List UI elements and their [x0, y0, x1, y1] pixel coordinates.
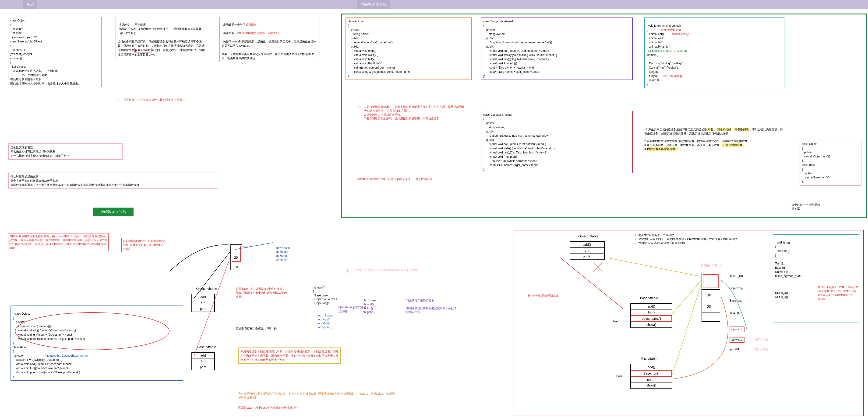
code-fun-main: void fun(Animal & animal) { 或者指针*animal …	[644, 18, 784, 89]
vft-base: add fun print	[191, 352, 215, 370]
vft-base-title: Base vftable	[630, 296, 668, 300]
code-object-base-size: class Object { int value; int sum; };//s…	[8, 17, 101, 87]
code-class-dog: class Dog:public Animal { private: strin…	[481, 18, 633, 80]
note-vtable-data-area: 虚函数表存在于数据区 只有一份	[236, 326, 287, 331]
highlighted-public-vfunc: public虚函数	[134, 48, 152, 53]
vft-test: add() Base::fun() print() show()	[630, 364, 672, 388]
vft-base2: add() fun() object::print() show()	[630, 303, 672, 328]
bp-note: 均可以指向	[754, 338, 768, 342]
code-class-animal: class Animal { private: string name; pub…	[345, 18, 472, 80]
tab-polymorphism[interactable]: 多态	[23, 0, 37, 9]
row: fun	[192, 358, 214, 364]
row: fun	[192, 300, 214, 306]
row: print()	[631, 377, 672, 382]
text: 多态分为： 早期绑定 编译时的多态 （是利用名字的粉碎技术） 函数重载和运算符重…	[118, 23, 205, 52]
num-10: 10	[234, 265, 238, 269]
note-side: 每个对象一个持贝,无映射关系	[792, 203, 822, 211]
t: Base::fun()	[643, 372, 659, 375]
hl: 不能作为虚函数	[722, 143, 743, 147]
stack-red	[703, 274, 719, 288]
tp-assign: tp = &t1;	[730, 347, 740, 351]
tp-note: 均可以指向	[754, 347, 768, 351]
code-object-base-virtual: class Object { private: Object(int x = 0…	[10, 306, 183, 381]
header-bar: 多态 虚函数调度过程	[0, 0, 868, 9]
note-compile-time: 整个过程都是编译期完成	[528, 294, 586, 298]
row-red: object::print()	[630, 315, 672, 322]
vft-object: add fun print	[191, 294, 215, 312]
star-icon: ☆	[116, 96, 120, 102]
t: void fn_a() { this->fun(); } Test t1; Ba…	[775, 241, 802, 299]
vft-base-title: Base::vftable	[189, 345, 224, 349]
text: 语法结构：	[223, 32, 237, 35]
row: add	[192, 294, 214, 300]
text-red: 或者指针*animal	[661, 28, 681, 32]
div-line	[702, 301, 720, 301]
text-red: animal->eat();...	[672, 32, 691, 36]
hl: 同名	[707, 128, 714, 131]
note-vft-back: 返回Base中时，发现Base中也有虚表，就会让隐藏父对象中的指针该项Base中…	[236, 287, 287, 299]
label-object-prefix: object:	[612, 319, 620, 323]
t: 4.	[644, 147, 647, 151]
hl: 同返回类型	[716, 128, 732, 131]
row: show()	[631, 382, 672, 388]
row: fun()	[570, 248, 604, 253]
note-only-root-vptr: 只有根类中才会有虚表指针，其他派生类均没有。	[123, 98, 228, 102]
text: 虚函数是一个类的	[223, 23, 246, 26]
div-line	[702, 313, 720, 313]
note-orange-2: 返回到base中就把base中的虚表地址给虚表指针	[238, 406, 397, 410]
code-obj-decl: Test t1(10); Object *op; Base *bp; Test …	[730, 273, 767, 316]
text: 关键字 virtual 指明该成员为虚函数，仅用在类的定义中，如果虚函数在类外定…	[222, 40, 316, 60]
hl: 内联函数不能做虚函数。	[647, 147, 678, 151]
note-base-vptr: 如图所示base包含了Object隐藏父对象 隐藏的父对象中的指针指向一个虚表	[121, 238, 168, 252]
row: print()	[570, 253, 604, 259]
row: show()	[631, 322, 672, 327]
row: add()	[631, 304, 672, 310]
note-yellow-constructor: 利用构造函数才能创建隐藏父对象，才会有指针指向虚表，才能去查虚表。因此构造函数不…	[238, 347, 341, 364]
val-30: 30	[707, 293, 711, 298]
note-center-red2: 用对象去获取虚方法时，就会采取静态编译。 静态联编过程。	[357, 177, 465, 181]
star-icon: ☆	[357, 104, 362, 109]
note-pink-star: 指针和引用是通过在运行时查虚表来实现了动态联编。	[352, 268, 446, 272]
text: animal.eat();	[647, 32, 665, 36]
row: add	[192, 353, 214, 358]
t: Base(int x = 0):Object(x+10),sum(x){} vi…	[13, 358, 80, 378]
note-vtable-formation: 什么时候形成虚函数表？ 类中有虚函数的时候就会形成虚函数表 虚函数实现的覆盖，派…	[8, 173, 218, 189]
op-assign: op = &t1;	[730, 326, 744, 332]
note-vfunc-syntax: 虚函数是一个类的成员函数 语法结构：virtual 返回类型 函数名 （参数表）…	[219, 17, 320, 62]
val-20: 20	[707, 304, 711, 310]
vft-object-title: Object::vftable	[189, 287, 224, 290]
code-return-type: class Object { public: virtual Object*fu…	[800, 140, 862, 186]
note-polymorphism-types: 多态分为： 早期绑定 编译时的多态 （是利用名字的粉碎技术） 函数重载和运算符重…	[116, 17, 209, 58]
t: class Object { private: Object(int x = 0…	[13, 312, 85, 357]
vft-obj-title: Object vftable	[570, 234, 607, 238]
note-static-bind: 对象的方式是静态链表 在编译的过程中就需要确定对象和函数名的绑定关系	[406, 299, 458, 314]
tab-vfunc-dispatch[interactable]: 虚函数调度过程	[357, 0, 390, 9]
hl: 同参数列表	[734, 128, 749, 131]
text: return 0; }	[647, 79, 659, 86]
code-fn-a: void fn_a() { this->fun(); } Test t1; Ba…	[773, 234, 859, 323]
row: add()	[631, 364, 672, 370]
row: print	[192, 306, 214, 312]
row-red: Base::fun()	[630, 370, 672, 377]
star-icon: ★	[345, 268, 350, 274]
text: int main() { Dog dog("yhping","hashiqi")…	[647, 54, 684, 78]
t: object::print()	[642, 317, 661, 320]
text-red: virtual 返回类型 函数名 （参数表）	[237, 32, 281, 35]
vft-obj: add() fun() print()	[570, 241, 604, 259]
code-class-cat: class Cat:public Animal { private: strin…	[481, 111, 633, 173]
note-base-constructor: 对Base调用构造函数创建对象时，由于Base继承了Object，因此会先构建隐…	[8, 233, 108, 251]
note-vfunc-count: 在Object中只能看见三个虚函数 在Base中可以看见四个，因为Base继承了…	[635, 233, 761, 245]
text-green: //1:public 2.virtual;3 -> & virtual	[648, 49, 687, 53]
t-blue: {memset(this,0,sizeof(Base))//error	[44, 354, 88, 357]
num-20: 20	[234, 255, 238, 260]
t: 1.派生类中定义的虚函数必须与基类定义的虚函数	[646, 128, 707, 131]
note-orange-1: 当有虚函数时，构造函数除了构建对象，初始化对象的成员以外 还要把虚表的地址给虚表…	[238, 392, 397, 400]
code-op-calls2: op = &base; op->add(); op->fun(); op->pr…	[315, 314, 362, 329]
section-label-dispatch: 虚函数调度过程	[93, 208, 133, 216]
label-vtable-hidden: 虚表指	[243, 245, 251, 249]
row: add()	[570, 242, 604, 248]
label-base-prefix: Base:	[616, 374, 624, 378]
row: print	[192, 364, 214, 370]
code-op-calls: op = &base; op->add(); op->fun(); op->pr…	[276, 246, 322, 262]
note-center-red: 1.必须使用公有继承。（原因是因为私有继承不代表是一个的意思）就是外部函数无法访…	[364, 105, 467, 120]
